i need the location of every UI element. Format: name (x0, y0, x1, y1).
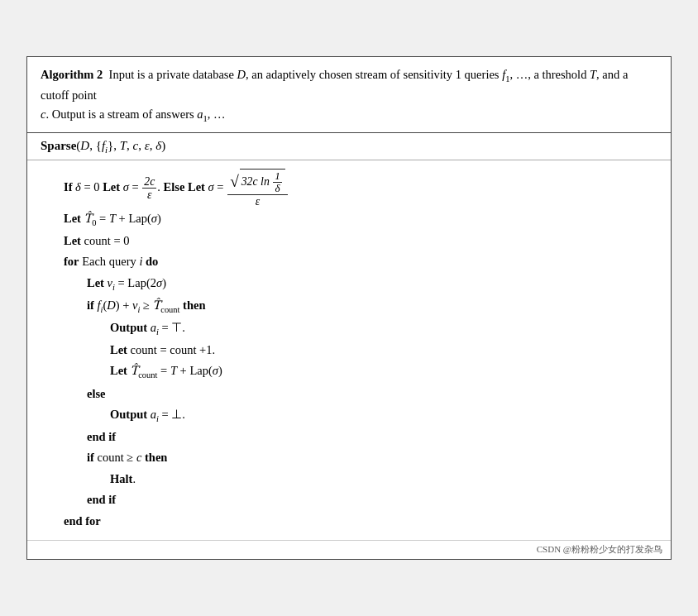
step-let-count: Let count = 0 (41, 231, 657, 251)
signature-text: Sparse (41, 139, 76, 152)
step-output-top: Output ai = ⊤. (41, 318, 657, 340)
step-if-count: if count ≥ c then (41, 447, 657, 468)
algorithm-description: Input is a private database D, an adapti… (41, 68, 628, 102)
step-let-tcount: Let T̂count = T + Lap(σ) (41, 361, 657, 383)
step-end-for: end for (41, 511, 657, 532)
algorithm-title: Algorithm 2 (41, 68, 103, 81)
step-if-delta: If δ = 0 Let σ = 2c ε . Else Let σ = √ 3… (41, 169, 657, 208)
step-halt: Halt. (41, 469, 657, 489)
step-let-t0: Let T̂0 = T + Lap(σ) (41, 208, 657, 231)
footer-watermark: CSDN @粉粉粉少女的打发杂鸟 (27, 540, 671, 559)
step-else: else (41, 384, 657, 404)
algorithm-header: Algorithm 2 Input is a private database … (27, 57, 671, 133)
algorithm-signature: Sparse(D, {fi}, T, c, ε, δ) (27, 133, 671, 160)
algorithm-description-2: c. Output is a stream of answers a1, … (41, 107, 225, 121)
algorithm-box: Algorithm 2 Input is a private database … (26, 56, 672, 560)
step-let-nu: Let νi = Lap(2σ) (41, 273, 657, 295)
step-count-increment: Let count = count +1. (41, 340, 657, 361)
step-end-if-2: end if (41, 489, 657, 510)
step-if-fi: if fi(D) + νi ≥ T̂count then (41, 295, 657, 318)
step-output-bot: Output ai = ⊥. (41, 404, 657, 427)
algorithm-body: If δ = 0 Let σ = 2c ε . Else Let σ = √ 3… (27, 160, 671, 540)
footer-text: CSDN @粉粉粉少女的打发杂鸟 (537, 544, 662, 554)
step-end-if-1: end if (41, 427, 657, 447)
step-for: for Each query i do (41, 251, 657, 272)
